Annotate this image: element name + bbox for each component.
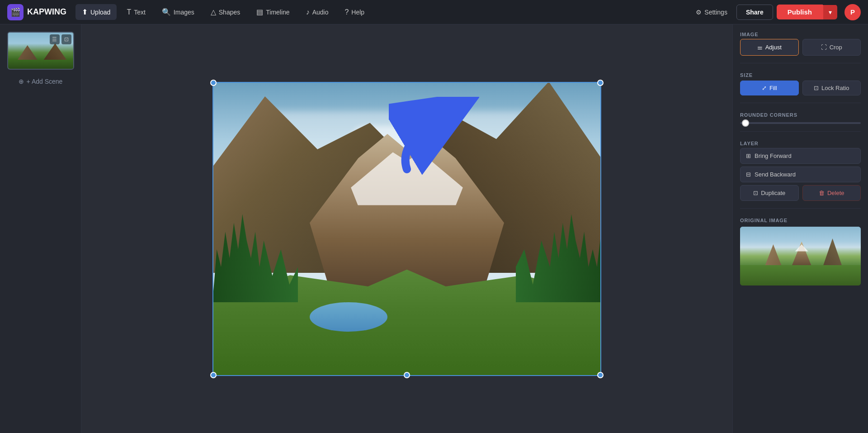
- audio-icon: ♪: [306, 8, 310, 16]
- original-image-section: ORIGINAL IMAGE: [740, 218, 861, 285]
- mountain-scene: [212, 82, 601, 376]
- adjust-crop-group: ⚌ Adjust ⛶ Crop: [740, 39, 861, 56]
- publish-dropdown-button[interactable]: ▾: [823, 5, 837, 19]
- upload-icon: ⬆: [82, 8, 88, 16]
- original-image-label: ORIGINAL IMAGE: [740, 218, 861, 223]
- crop-icon: ⛶: [821, 44, 827, 51]
- left-sidebar: ☰ ⊡ ⊕ + Add Scene: [0, 24, 81, 433]
- send-backward-icon: ⊟: [746, 171, 751, 178]
- divider-2: [740, 103, 861, 103]
- scene-menu-button[interactable]: ☰: [50, 34, 60, 44]
- chevron-down-icon: ▾: [829, 9, 832, 16]
- divider-4: [740, 208, 861, 209]
- adjust-button[interactable]: ⚌ Adjust: [740, 39, 799, 56]
- size-btn-group: ⤢ Fill ⊡ Lock Ratio: [740, 81, 861, 95]
- canvas-wrapper: [212, 82, 601, 376]
- rounded-corners-section: ROUNDED CORNERS: [740, 112, 861, 124]
- share-button[interactable]: Share: [736, 5, 773, 20]
- image-section: IMAGE ⚌ Adjust ⛶ Crop: [740, 32, 861, 56]
- duplicate-icon: ⊡: [753, 190, 758, 196]
- settings-gear-icon: ⚙: [696, 9, 702, 16]
- text-button[interactable]: T Text: [120, 5, 151, 20]
- divider-1: [740, 63, 861, 63]
- layer-section-label: LAYER: [740, 141, 861, 146]
- size-section-label: SIZE: [740, 72, 861, 78]
- settings-button[interactable]: ⚙ Settings: [690, 5, 733, 19]
- help-icon: ?: [344, 8, 349, 16]
- rounded-corners-slider-track[interactable]: [740, 122, 861, 124]
- app-name: KAPWING: [27, 7, 66, 17]
- timeline-button[interactable]: ▤ Timeline: [250, 4, 296, 20]
- bring-forward-button[interactable]: ⊞ Bring Forward: [740, 148, 861, 164]
- shapes-icon: △: [211, 8, 216, 16]
- size-section: SIZE ⤢ Fill ⊡ Lock Ratio: [740, 72, 861, 95]
- divider-3: [740, 131, 861, 132]
- top-nav: 🎬 KAPWING ⬆ Upload T Text 🔍 Images △ Sha…: [0, 0, 868, 24]
- avatar-button[interactable]: P: [844, 4, 861, 20]
- fill-icon: ⤢: [762, 85, 767, 91]
- upload-button[interactable]: ⬆ Upload: [75, 4, 117, 20]
- duplicate-button[interactable]: ⊡ Duplicate: [740, 185, 799, 201]
- publish-group: Publish ▾: [777, 5, 837, 19]
- add-icon: ⊕: [19, 78, 24, 85]
- lock-ratio-button[interactable]: ⊡ Lock Ratio: [802, 81, 861, 95]
- scene-thumbnail[interactable]: ☰ ⊡: [7, 32, 74, 70]
- rounded-corners-slider-thumb[interactable]: [742, 119, 749, 127]
- action-row: ⊡ Duplicate 🗑 Delete: [740, 185, 861, 201]
- audio-button[interactable]: ♪ Audio: [300, 5, 335, 20]
- canvas-image[interactable]: [212, 82, 601, 376]
- adjust-icon: ⚌: [757, 44, 763, 51]
- images-icon: 🔍: [162, 8, 171, 16]
- logo-icon: 🎬: [7, 4, 24, 20]
- layer-section: LAYER ⊞ Bring Forward ⊟ Send Backward ⊡ …: [740, 141, 861, 201]
- lock-icon: ⊡: [814, 85, 819, 91]
- scene-thumb-controls: ☰ ⊡: [50, 34, 71, 44]
- timeline-icon: ▤: [256, 8, 263, 16]
- help-button[interactable]: ? Help: [338, 5, 371, 20]
- fill-button[interactable]: ⤢ Fill: [740, 81, 799, 95]
- add-scene-button[interactable]: ⊕ + Add Scene: [15, 75, 66, 88]
- original-image-thumbnail: [740, 227, 861, 285]
- shapes-button[interactable]: △ Shapes: [204, 4, 246, 20]
- scene-duplicate-button[interactable]: ⊡: [61, 34, 71, 44]
- main-area: ☰ ⊡ ⊕ + Add Scene: [0, 24, 868, 433]
- bring-forward-icon: ⊞: [746, 152, 751, 159]
- canvas-area[interactable]: [81, 24, 732, 433]
- text-icon: T: [127, 8, 131, 16]
- right-panel: IMAGE ⚌ Adjust ⛶ Crop SIZE ⤢ Fill: [732, 24, 868, 433]
- send-backward-button[interactable]: ⊟ Send Backward: [740, 167, 861, 182]
- image-section-label: IMAGE: [740, 32, 861, 37]
- images-button[interactable]: 🔍 Images: [156, 4, 201, 20]
- crop-button[interactable]: ⛶ Crop: [802, 39, 861, 56]
- trash-icon: 🗑: [819, 190, 825, 196]
- publish-button[interactable]: Publish: [777, 5, 823, 19]
- logo-area: 🎬 KAPWING: [7, 4, 66, 20]
- delete-button[interactable]: 🗑 Delete: [802, 185, 861, 201]
- rounded-corners-label: ROUNDED CORNERS: [740, 112, 861, 118]
